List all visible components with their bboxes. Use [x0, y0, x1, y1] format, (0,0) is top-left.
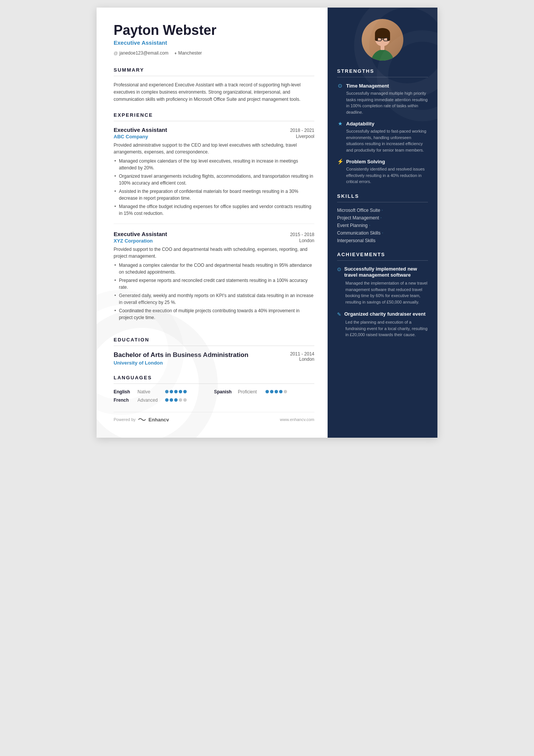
strengths-heading: STRENGTHS — [337, 68, 428, 74]
header: Payton Webster Executive Assistant @ jan… — [114, 23, 314, 56]
job-2-location: London — [299, 238, 314, 244]
strength-2-title: Adaptability — [346, 121, 374, 127]
strength-3: ⚡ Problem Solving Consistently identifie… — [337, 158, 428, 185]
strengths-section: STRENGTHS ⊙ Time Management Successfully… — [328, 68, 437, 185]
achievement-1-header: ⊙ Successfully implemented new travel ma… — [337, 266, 428, 279]
summary-text: Professional and experienced Executive A… — [114, 81, 314, 103]
skill-5: Interpersonal Skills — [337, 238, 428, 243]
bullet-item: Managed a complex calendar for the COO a… — [114, 262, 314, 275]
skills-divider — [337, 202, 428, 202]
skill-2: Project Management · — [337, 215, 428, 221]
skill-dot: · — [369, 223, 370, 227]
bullet-item: Managed the office budget including expe… — [114, 203, 314, 217]
location-icon: ♦ — [175, 51, 177, 55]
bullet-item: Organized travel arrangements including … — [114, 173, 314, 186]
job-1-bullets: Managed complex calendars of the top lev… — [114, 158, 314, 217]
strength-1: ⊙ Time Management Successfully managed m… — [337, 83, 428, 115]
location-value: Manchester — [178, 50, 202, 56]
brand-name: Enhancv — [148, 417, 169, 423]
dot — [170, 390, 173, 393]
experience-section: EXPERIENCE Executive Assistant 2018 - 20… — [114, 112, 314, 328]
problem-solving-icon: ⚡ — [337, 158, 343, 164]
achievements-section: ACHIEVEMENTS ⊙ Successfully implemented … — [328, 252, 437, 338]
experience-divider — [114, 121, 314, 121]
lang-english-dots — [165, 390, 187, 393]
location-contact: ♦ Manchester — [175, 50, 202, 56]
svg-rect-3 — [387, 33, 390, 41]
bullet-item: Assisted in the preparation of confident… — [114, 188, 314, 202]
lang-french-name: French — [114, 398, 134, 403]
achievement-1-icon: ⊙ — [337, 266, 341, 272]
edu-university: University of London — [114, 360, 248, 366]
education-section: EDUCATION Bachelor of Arts in Business A… — [114, 337, 314, 365]
job-2: Executive Assistant 2015 - 2018 XYZ Corp… — [114, 231, 314, 328]
contact-info: @ janedoe123@email.com ♦ Manchester — [114, 50, 314, 56]
languages-heading: LANGUAGES — [114, 375, 314, 380]
languages-divider — [114, 383, 314, 384]
powered-by-label: Powered by — [114, 417, 136, 422]
achievements-divider — [337, 260, 428, 261]
summary-heading: SUMMARY — [114, 67, 314, 73]
job-1-title: Executive Assistant — [114, 127, 167, 133]
achievement-2-desc: Led the planning and execution of a fund… — [337, 319, 428, 338]
skill-1: Microsoft Office Suite · — [337, 208, 428, 213]
skill-5-label: Interpersonal Skills — [337, 238, 375, 243]
strength-1-header: ⊙ Time Management — [337, 83, 428, 89]
lang-english-level: Native — [137, 389, 162, 394]
experience-heading: EXPERIENCE — [114, 112, 314, 118]
education-heading: EDUCATION — [114, 337, 314, 343]
strength-3-desc: Consistently identified and resolved iss… — [337, 166, 428, 185]
candidate-photo — [362, 19, 403, 61]
skills-section: SKILLS Microsoft Office Suite · Project … — [328, 193, 437, 243]
dot — [279, 390, 283, 393]
skill-2-label: Project Management — [337, 215, 379, 221]
dot — [183, 398, 187, 402]
summary-section: SUMMARY Professional and experienced Exe… — [114, 67, 314, 103]
dot — [270, 390, 273, 393]
job-2-title: Executive Assistant — [114, 231, 167, 237]
skills-heading: SKILLS — [337, 193, 428, 199]
lang-french: French Advanced — [114, 398, 214, 403]
strength-2-desc: Successfully adapted to fast-paced worki… — [337, 128, 428, 153]
lang-french-dots — [165, 398, 187, 402]
skill-3-label: Event Planning — [337, 223, 368, 228]
resume-container: Payton Webster Executive Assistant @ jan… — [97, 8, 437, 438]
edu-location: London — [290, 357, 314, 362]
strengths-divider — [337, 77, 428, 77]
achievement-2-header: ✎ Organized charity fundraiser event — [337, 311, 428, 318]
skill-3: Event Planning · — [337, 223, 428, 228]
bullet-item: Generated daily, weekly and monthly repo… — [114, 292, 314, 306]
strength-2-header: ★ Adaptability — [337, 121, 428, 127]
candidate-title: Executive Assistant — [114, 39, 314, 46]
job-1-company-row: ABC Company Liverpool — [114, 134, 314, 139]
strength-3-title: Problem Solving — [346, 159, 385, 164]
lang-english: English Native — [114, 389, 214, 394]
skill-dot: · — [382, 208, 383, 212]
summary-divider — [114, 76, 314, 76]
achievement-2-icon: ✎ — [337, 311, 341, 317]
job-2-company: XYZ Corporation — [114, 238, 153, 244]
skill-dot: · — [382, 231, 383, 235]
dot — [265, 390, 269, 393]
dot — [275, 390, 278, 393]
dot — [183, 390, 187, 393]
right-column: STRENGTHS ⊙ Time Management Successfully… — [328, 8, 437, 438]
svg-rect-4 — [377, 38, 381, 41]
achievement-1-desc: Managed the implementation of a new trav… — [337, 280, 428, 305]
achievement-2: ✎ Organized charity fundraiser event Led… — [337, 311, 428, 338]
dot — [165, 398, 169, 402]
strength-3-header: ⚡ Problem Solving — [337, 158, 428, 164]
job-2-date: 2015 - 2018 — [290, 232, 314, 237]
svg-point-0 — [375, 31, 390, 46]
skill-1-label: Microsoft Office Suite — [337, 208, 380, 213]
dot — [174, 390, 178, 393]
bullet-item: Prepared expense reports and reconciled … — [114, 277, 314, 291]
skill-4-label: Communication Skills — [337, 230, 381, 236]
achievements-heading: ACHIEVEMENTS — [337, 252, 428, 257]
strength-1-desc: Successfully managed multiple high prior… — [337, 90, 428, 115]
lang-spanish: Spanish Proficient — [214, 389, 314, 394]
job-2-company-row: XYZ Corporation London — [114, 238, 314, 244]
edu-dates: 2011 - 2014 London — [290, 351, 314, 365]
edu-date: 2011 - 2014 — [290, 351, 314, 357]
footer-brand: Powered by Enhancv — [114, 417, 169, 423]
